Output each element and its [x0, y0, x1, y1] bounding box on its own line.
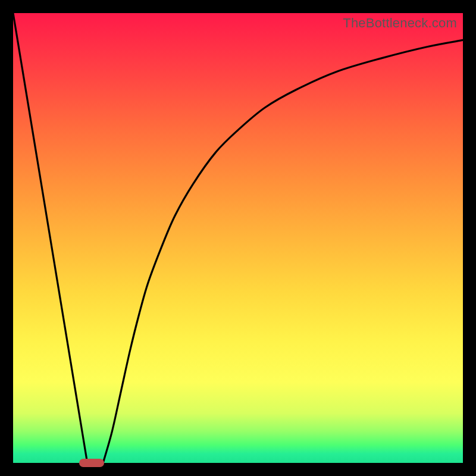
left-wall-path	[13, 13, 87, 463]
chart-container: TheBottleneck.com	[0, 0, 476, 476]
recovery-curve-path	[103, 40, 463, 463]
curve-layer	[13, 13, 463, 463]
plot-area: TheBottleneck.com	[13, 13, 463, 463]
trough-marker	[79, 459, 104, 467]
